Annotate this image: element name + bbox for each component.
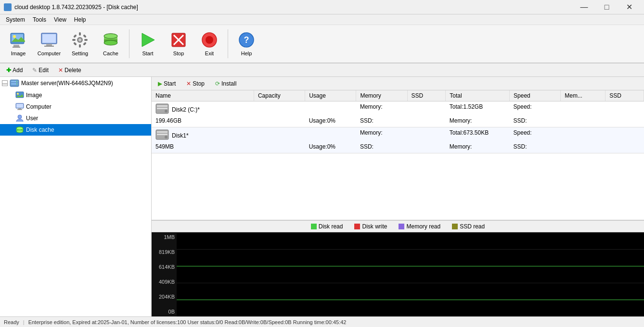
right-stop-button[interactable]: ✕ Stop: [182, 79, 209, 88]
menu-help[interactable]: Help: [70, 15, 90, 24]
start-label: Start: [142, 50, 153, 56]
right-toolbar: ▶ Start ✕ Stop ⟳ Install: [152, 77, 644, 90]
tree-diskcache-label: Disk cache: [26, 126, 54, 133]
edit-label: Edit: [39, 67, 49, 74]
tree-expand-icon[interactable]: —: [2, 80, 8, 86]
diskcache-tree-icon: [15, 126, 24, 134]
y-label-2: 614KB: [154, 264, 175, 270]
disk1-memory-stat: Memory:: [446, 143, 510, 153]
disk2-mem-stat-bottom: [561, 117, 605, 127]
col-ssd: SSD: [407, 90, 446, 101]
disk2-usage-bottom: Usage:0%: [305, 117, 356, 127]
svg-rect-43: [18, 108, 21, 109]
disk2-speed-label: Speed:: [510, 101, 561, 118]
tree-item-diskcache[interactable]: Disk cache: [0, 124, 151, 136]
menu-view[interactable]: View: [50, 15, 70, 24]
disk-read-label: Disk read: [319, 223, 343, 230]
close-button[interactable]: ✕: [618, 0, 640, 14]
col-memory: Memory: [356, 90, 407, 101]
window-controls: — □ ✕: [573, 0, 640, 14]
toolbar-exit-button[interactable]: Exit: [195, 27, 224, 61]
svg-point-37: [16, 84, 17, 85]
right-start-button[interactable]: ▶ Start: [154, 79, 180, 88]
hdd-icon-2: [155, 129, 169, 141]
toolbar-start-button[interactable]: Start: [133, 27, 162, 61]
disk1-name: Disk1*: [172, 132, 189, 139]
server-icon: [10, 79, 19, 88]
disk2-usage-top: [305, 101, 356, 118]
toolbar-image-button[interactable]: Image: [4, 27, 33, 61]
exit-label: Exit: [205, 50, 214, 56]
svg-rect-13: [79, 44, 81, 48]
left-panel: — Master server(WIN-6446SJQM2N9) Image: [0, 77, 152, 316]
image-label: Image: [11, 50, 26, 56]
toolbar-help-button[interactable]: ? Help: [232, 27, 261, 61]
svg-point-53: [165, 110, 167, 113]
svg-rect-51: [157, 105, 167, 107]
disk2-ssd-label-top: [407, 101, 446, 118]
svg-rect-8: [46, 44, 52, 46]
svg-rect-19: [83, 42, 87, 46]
disk2-ssd-stat-top: [605, 101, 644, 118]
setting-icon: [71, 31, 89, 49]
computer-label: Computer: [38, 50, 61, 56]
chart-legend: Disk read Disk write Memory read SSD rea…: [152, 221, 644, 232]
y-label-3: 409KB: [154, 279, 175, 285]
col-name: Name: [152, 90, 254, 101]
disk1-ssd-stat: SSD:: [510, 143, 561, 153]
tree-root-item[interactable]: — Master server(WIN-6446SJQM2N9): [0, 77, 151, 89]
tree-item-image[interactable]: Image: [0, 89, 151, 101]
svg-rect-15: [84, 39, 88, 41]
delete-button[interactable]: ✕ Delete: [54, 65, 86, 75]
disk2-row-bottom: 199.46GB Usage:0% SSD: Memory: SSD:: [152, 117, 644, 127]
disk1-usage-bottom: Usage:0%: [305, 143, 356, 153]
disk2-row-top[interactable]: Disk2 (C:)* Memory: Total:1.52GB Speed:: [152, 101, 644, 118]
svg-point-24: [104, 34, 117, 38]
col-ssd-stat: SSD: [605, 90, 644, 101]
svg-rect-52: [157, 108, 167, 109]
disk1-capacity-top: [254, 127, 305, 144]
disk2-mem-stat-top: [561, 101, 605, 118]
ssd-read-label: SSD read: [460, 223, 485, 230]
maximize-button[interactable]: □: [596, 0, 618, 14]
computer-tree-icon: [15, 103, 24, 111]
toolbar-computer-button[interactable]: Computer: [35, 27, 64, 61]
disk1-mem-stat-bottom: [561, 143, 605, 153]
col-mem-stat: Mem...: [561, 90, 605, 101]
disk2-memory-stat: Memory:: [446, 117, 510, 127]
menu-tools[interactable]: Tools: [29, 15, 50, 24]
svg-rect-5: [13, 47, 20, 48]
svg-point-36: [16, 81, 17, 82]
tree-item-computer[interactable]: Computer: [0, 101, 151, 113]
disk2-ssd-stat: SSD:: [510, 117, 561, 127]
app-icon: [4, 3, 12, 11]
minimize-button[interactable]: —: [573, 0, 595, 14]
window-title: cloud desktop 1.8.7432.20230925 - [Disk …: [14, 4, 573, 11]
disk2-ssd-val: [407, 117, 446, 127]
edit-button[interactable]: ✎ Edit: [28, 65, 53, 75]
toolbar-setting-button[interactable]: Setting: [65, 27, 94, 61]
add-button[interactable]: ✚ Add: [2, 65, 27, 75]
title-bar: cloud desktop 1.8.7432.20230925 - [Disk …: [0, 0, 644, 14]
status-ready: Ready: [4, 319, 19, 325]
toolbar-stop-button[interactable]: Stop: [164, 27, 193, 61]
right-start-label: Start: [164, 80, 176, 87]
right-install-label: Install: [221, 80, 236, 87]
svg-point-39: [17, 93, 19, 95]
toolbar-cache-button[interactable]: Cache: [96, 27, 125, 61]
disk1-row-top[interactable]: Disk1* Memory: Total:673.50KB Speed:: [152, 127, 644, 144]
right-install-button[interactable]: ⟳ Install: [211, 79, 241, 88]
disk2-name: Disk2 (C:)*: [172, 106, 200, 113]
delete-icon: ✕: [58, 67, 63, 74]
y-label-4: 204KB: [154, 294, 175, 300]
tree-item-user[interactable]: User: [0, 113, 151, 124]
svg-rect-42: [16, 104, 23, 108]
svg-point-22: [104, 40, 117, 45]
disk2-total: Total:1.52GB: [446, 101, 510, 118]
add-label: Add: [13, 67, 23, 74]
cache-label: Cache: [103, 50, 118, 56]
svg-marker-25: [142, 33, 155, 47]
menu-system[interactable]: System: [2, 15, 29, 24]
edit-icon: ✎: [32, 67, 37, 74]
chart-area: Disk read Disk write Memory read SSD rea…: [152, 220, 644, 316]
